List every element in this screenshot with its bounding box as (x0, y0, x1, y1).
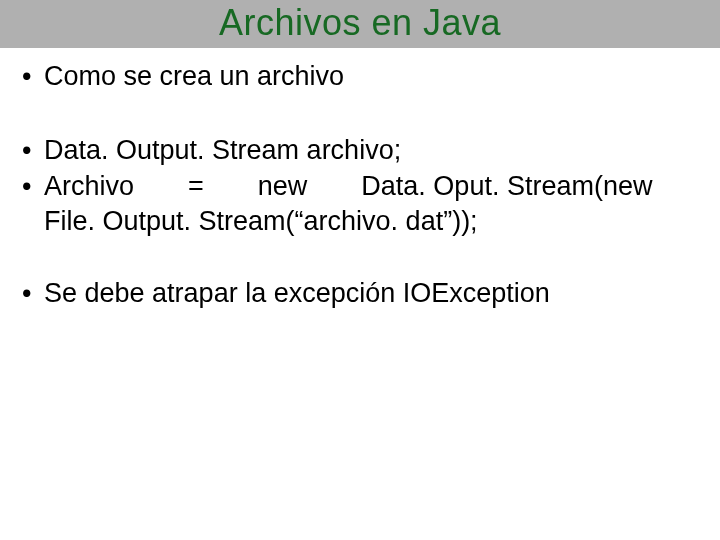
bullet-dot-empty (22, 205, 44, 239)
bullet-text: File. Output. Stream(“archivo. dat”)); (44, 205, 698, 239)
bullet-item: • Archivo = new Data. Oput. Stream(new (22, 170, 698, 204)
bullet-dot: • (22, 134, 44, 168)
bullet-text: Como se crea un archivo (44, 60, 698, 94)
slide-body: • Como se crea un archivo • Data. Output… (0, 54, 720, 311)
bullet-text: Archivo = new Data. Oput. Stream(new (44, 170, 698, 204)
bullet-item: • Como se crea un archivo (22, 60, 698, 94)
bullet-continuation: File. Output. Stream(“archivo. dat”)); (22, 205, 698, 239)
bullet-dot: • (22, 170, 44, 204)
bullet-item: • Se debe atrapar la excepción IOExcepti… (22, 277, 698, 311)
bullet-item: • Data. Output. Stream archivo; (22, 134, 698, 168)
bullet-text: Se debe atrapar la excepción IOException (44, 277, 698, 311)
title-bar: Archivos en Java (0, 0, 720, 48)
slide-title: Archivos en Java (219, 2, 501, 43)
bullet-dot: • (22, 60, 44, 94)
bullet-dot: • (22, 277, 44, 311)
bullet-text: Data. Output. Stream archivo; (44, 134, 698, 168)
